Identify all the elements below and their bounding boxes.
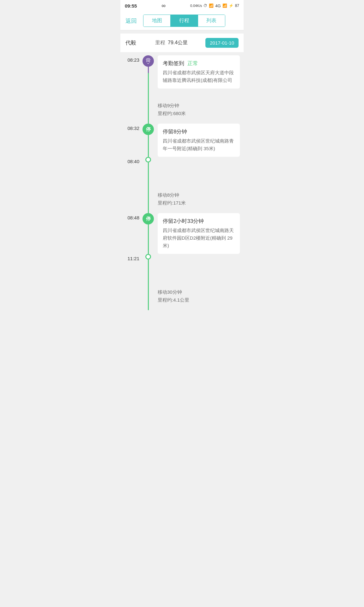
stop2-address: 四川省成都市武侯区世纪城南路天府软件园D区D2楼附近(精确到 29米) xyxy=(163,227,235,249)
timeline-container: 08:23 考勤签到 正常 四川省成都市武侯区天府大道中段辅路靠近腾讯科技(成都… xyxy=(120,52,244,316)
date-badge: 2017-01-10 xyxy=(205,38,239,48)
dot-stop1: 停 xyxy=(143,124,154,135)
dot-stop2-end xyxy=(145,254,151,260)
move-mileage-2: 里程约:171米 xyxy=(158,200,235,206)
tab-map[interactable]: 地图 xyxy=(143,15,171,27)
back-button[interactable]: 返回 xyxy=(125,17,137,25)
line-col-checkin xyxy=(142,55,155,98)
status-time: 09:55 xyxy=(125,3,137,9)
clock-icon: ⏱ xyxy=(203,3,207,8)
network-speed: 0.04K/s xyxy=(190,4,202,8)
move-card-1: 移动9分钟 里程约:680米 xyxy=(158,98,240,121)
time-checkin: 08:23 xyxy=(120,55,142,98)
move-3: 移动30分钟 里程约:4.1公里 xyxy=(120,285,244,310)
top-nav: 返回 地图 行程 列表 xyxy=(120,11,244,30)
dot-stop1-end xyxy=(145,157,151,162)
dot-checkin xyxy=(143,55,154,67)
line-after-checkin xyxy=(148,67,149,73)
checkin-address: 四川省成都市武侯区天府大道中段辅路靠近腾讯科技(成都)有限公司 xyxy=(163,69,235,84)
info-row: 代毅 里程 79.4公里 2017-01-10 xyxy=(120,34,244,52)
move-mileage-1: 里程约:680米 xyxy=(158,111,235,117)
card-stop1: 停留8分钟 四川省成都市武侯区世纪城南路青年一号附近(精确到 35米) xyxy=(158,124,240,157)
signal-icon: 4G xyxy=(215,3,221,8)
stop2-title: 停留2小时33分钟 xyxy=(163,218,235,225)
user-name: 代毅 xyxy=(125,39,136,46)
line-green1 xyxy=(148,73,149,98)
move-2: 移动8分钟 里程约:171米 xyxy=(120,188,244,213)
line-move1 xyxy=(148,98,149,124)
event-stop2: 08:48 停 停留2小时33分钟 四川省成都市武侯区世纪城南路天府软件园D区D… xyxy=(120,213,244,254)
stop1-end: 08:40 xyxy=(120,157,244,188)
stop2-end: 11:21 xyxy=(120,254,244,285)
status-right: 0.04K/s ⏱ 📶 4G 📶 ⚡ 87 xyxy=(190,3,239,8)
signal-bars-icon: 📶 xyxy=(222,3,227,8)
infinity-icon: ∞ xyxy=(161,3,166,9)
stop1-title: 停留8分钟 xyxy=(163,128,235,135)
tab-group: 地图 行程 列表 xyxy=(143,15,225,27)
event-title-checkin: 考勤签到 正常 xyxy=(163,60,235,67)
move-duration-2: 移动8分钟 xyxy=(158,192,235,198)
event-stop1: 08:32 停 停留8分钟 四川省成都市武侯区世纪城南路青年一号附近(精确到 3… xyxy=(120,124,244,157)
battery-value: 87 xyxy=(235,3,239,8)
status-bar: 09:55 ∞ 0.04K/s ⏱ 📶 4G 📶 ⚡ 87 xyxy=(120,0,244,11)
checkin-status: 正常 xyxy=(187,60,198,67)
wifi-icon: 📶 xyxy=(209,3,214,8)
card-checkin: 考勤签到 正常 四川省成都市武侯区天府大道中段辅路靠近腾讯科技(成都)有限公司 xyxy=(158,55,240,89)
move-mileage-3: 里程约:4.1公里 xyxy=(158,297,235,303)
move-duration-1: 移动9分钟 xyxy=(158,103,235,109)
mileage-label: 里程 xyxy=(155,40,165,46)
tab-route[interactable]: 行程 xyxy=(171,15,198,27)
dot-stop2: 停 xyxy=(143,213,154,224)
move-1: 移动9分钟 里程约:680米 xyxy=(120,98,244,124)
tab-list[interactable]: 列表 xyxy=(198,15,225,27)
move-duration-3: 移动30分钟 xyxy=(158,289,235,295)
mileage-value: 79.4公里 xyxy=(168,40,188,46)
move-card-2: 移动8分钟 里程约:171米 xyxy=(158,188,240,211)
card-stop2: 停留2小时33分钟 四川省成都市武侯区世纪城南路天府软件园D区D2楼附近(精确到… xyxy=(158,213,240,254)
charging-icon: ⚡ xyxy=(229,3,234,8)
move-card-3: 移动30分钟 里程约:4.1公里 xyxy=(158,285,240,308)
content-checkin: 考勤签到 正常 四川省成都市武侯区天府大道中段辅路靠近腾讯科技(成都)有限公司 xyxy=(158,55,240,98)
event-checkin: 08:23 考勤签到 正常 四川省成都市武侯区天府大道中段辅路靠近腾讯科技(成都… xyxy=(120,55,244,98)
stop1-address: 四川省成都市武侯区世纪城南路青年一号附近(精确到 35米) xyxy=(163,137,235,152)
